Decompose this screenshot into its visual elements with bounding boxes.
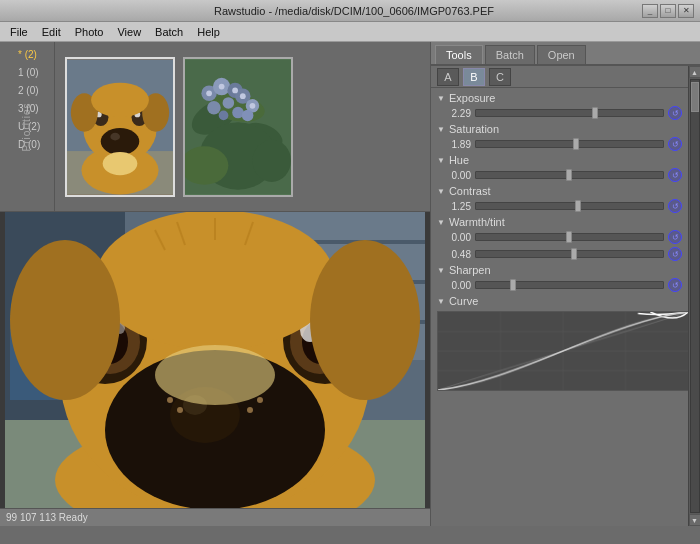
saturation-label: Saturation [449, 123, 499, 135]
warmth-reset2[interactable]: ↺ [668, 247, 682, 261]
right-panel: Tools Batch Open A B C ▼ Expos [430, 42, 700, 526]
controls-panel: ▼ Exposure 2.29 ↺ [431, 88, 688, 526]
warmth-thumb1[interactable] [566, 231, 572, 243]
svg-point-13 [91, 82, 149, 117]
hue-slider[interactable] [475, 171, 664, 179]
tab-tools[interactable]: Tools [435, 45, 483, 64]
sub-tabs: A B C [431, 66, 688, 88]
hue-value: 0.00 [439, 170, 471, 181]
hue-reset[interactable]: ↺ [668, 168, 682, 182]
svg-point-6 [110, 132, 120, 140]
priority-1[interactable]: 1 (0) [16, 64, 54, 82]
tab-open[interactable]: Open [537, 45, 586, 64]
scroll-down-button[interactable]: ▼ [689, 514, 701, 526]
curve-label: Curve [449, 295, 478, 307]
tab-bar: Tools Batch Open [431, 42, 700, 66]
title-bar: Rawstudio - /media/disk/DCIM/100_0606/IM… [0, 0, 700, 22]
menu-batch[interactable]: Batch [149, 24, 189, 40]
svg-point-36 [252, 139, 291, 181]
window-controls: _ □ ✕ [642, 4, 694, 18]
svg-point-22 [207, 100, 220, 113]
menu-help[interactable]: Help [191, 24, 226, 40]
svg-point-33 [250, 102, 256, 108]
scroll-track[interactable] [690, 79, 700, 513]
contrast-value: 1.25 [439, 201, 471, 212]
contrast-row: 1.25 ↺ [437, 199, 682, 213]
sharpen-row: 0.00 ↺ [437, 278, 682, 292]
hue-arrow: ▼ [437, 156, 445, 165]
top-area: Priorities * (2) 1 (0) 2 (0) 3 (0) U (2)… [0, 42, 430, 212]
exposure-slider[interactable] [475, 109, 664, 117]
svg-point-27 [219, 110, 229, 120]
priority-2[interactable]: 2 (0) [16, 82, 54, 100]
svg-point-69 [155, 345, 275, 405]
tab-batch[interactable]: Batch [485, 45, 535, 64]
svg-point-72 [257, 397, 263, 403]
curve-section: ▼ Curve [437, 295, 682, 393]
warmth-thumb2[interactable] [571, 248, 577, 260]
sub-tab-c[interactable]: C [489, 68, 511, 86]
exposure-label: Exposure [449, 92, 495, 104]
menu-bar: File Edit Photo View Batch Help [0, 22, 700, 42]
exposure-value: 2.29 [439, 108, 471, 119]
menu-view[interactable]: View [111, 24, 147, 40]
exposure-arrow: ▼ [437, 94, 445, 103]
svg-point-32 [240, 93, 246, 99]
priority-starred[interactable]: * (2) [16, 46, 54, 64]
filmstrip [55, 42, 430, 211]
menu-photo[interactable]: Photo [69, 24, 110, 40]
sharpen-label: Sharpen [449, 264, 491, 276]
sharpen-reset[interactable]: ↺ [668, 278, 682, 292]
main-area: Priorities * (2) 1 (0) 2 (0) 3 (0) U (2)… [0, 42, 700, 526]
svg-point-31 [232, 87, 238, 93]
exposure-row: 2.29 ↺ [437, 106, 682, 120]
sharpen-section: ▼ Sharpen 0.00 ↺ [437, 264, 682, 292]
right-scrollbar: ▲ ▼ [688, 66, 700, 526]
maximize-button[interactable]: □ [660, 4, 676, 18]
window-title: Rawstudio - /media/disk/DCIM/100_0606/IM… [66, 5, 642, 17]
saturation-reset[interactable]: ↺ [668, 137, 682, 151]
svg-point-70 [167, 397, 173, 403]
sharpen-slider[interactable] [475, 281, 664, 289]
contrast-arrow: ▼ [437, 187, 445, 196]
thumbnail-dog[interactable] [65, 57, 175, 197]
minimize-button[interactable]: _ [642, 4, 658, 18]
exposure-thumb[interactable] [592, 107, 598, 119]
curve-canvas[interactable] [437, 311, 688, 391]
hue-thumb[interactable] [566, 169, 572, 181]
contrast-thumb[interactable] [575, 200, 581, 212]
warmth-value1: 0.00 [439, 232, 471, 243]
contrast-reset[interactable]: ↺ [668, 199, 682, 213]
exposure-reset[interactable]: ↺ [668, 106, 682, 120]
svg-point-73 [247, 407, 253, 413]
svg-point-23 [223, 97, 235, 109]
close-button[interactable]: ✕ [678, 4, 694, 18]
saturation-value: 1.89 [439, 139, 471, 150]
sub-tab-b[interactable]: B [463, 68, 485, 86]
exposure-section: ▼ Exposure 2.29 ↺ [437, 92, 682, 120]
svg-point-30 [219, 83, 225, 89]
contrast-slider[interactable] [475, 202, 664, 210]
scroll-up-button[interactable]: ▲ [689, 66, 701, 78]
menu-file[interactable]: File [4, 24, 34, 40]
warmth-slider2[interactable] [475, 250, 664, 258]
saturation-thumb[interactable] [573, 138, 579, 150]
sharpen-thumb[interactable] [510, 279, 516, 291]
curve-arrow: ▼ [437, 297, 445, 306]
warmth-reset1[interactable]: ↺ [668, 230, 682, 244]
warmth-label: Warmth/tint [449, 216, 505, 228]
contrast-section: ▼ Contrast 1.25 ↺ [437, 185, 682, 213]
saturation-slider[interactable] [475, 140, 664, 148]
image-view[interactable] [0, 212, 430, 508]
saturation-arrow: ▼ [437, 125, 445, 134]
sub-tab-a[interactable]: A [437, 68, 459, 86]
curve-header: ▼ Curve [437, 295, 682, 307]
right-inner: A B C ▼ Exposure 2.29 [431, 66, 700, 526]
warmth-slider1[interactable] [475, 233, 664, 241]
sharpen-arrow: ▼ [437, 266, 445, 275]
thumbnail-flower[interactable] [183, 57, 293, 197]
right-content: A B C ▼ Exposure 2.29 [431, 66, 688, 526]
menu-edit[interactable]: Edit [36, 24, 67, 40]
scroll-thumb[interactable] [691, 82, 699, 112]
warmth-section: ▼ Warmth/tint 0.00 ↺ 0.48 [437, 216, 682, 261]
